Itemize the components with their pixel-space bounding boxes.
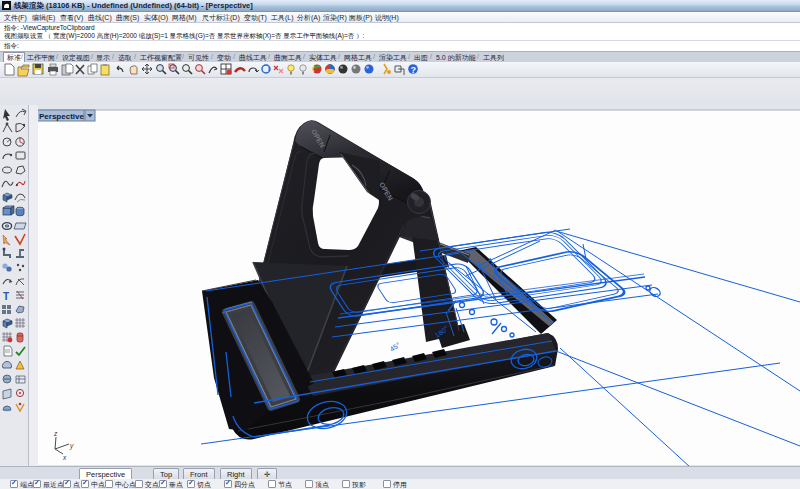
svg-text:T: T xyxy=(3,291,9,302)
svg-text:Perspective: Perspective xyxy=(39,112,84,121)
svg-text:?: ? xyxy=(411,65,417,75)
